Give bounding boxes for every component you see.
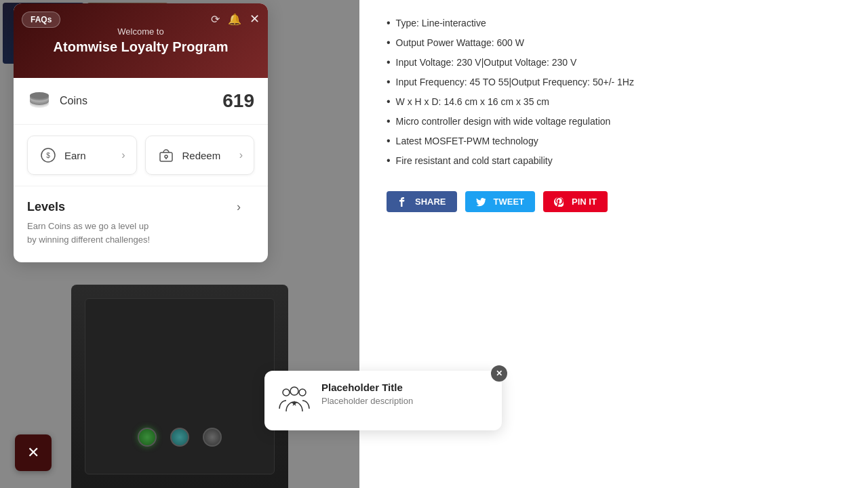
levels-desc: Earn Coins as we go a level upby winning… <box>27 220 150 246</box>
spec-item: Input Frequency: 45 TO 55|Output Frequen… <box>387 73 841 92</box>
program-title: Atomwise Loyalty Program <box>54 39 229 55</box>
welcome-text: Welcome to <box>117 26 163 37</box>
widget-header: FAQs ⟳ 🔔 ✕ Welcome to Atomwise Loyalty P… <box>14 3 268 78</box>
notification-icon-area <box>275 382 313 420</box>
notification-popup: ✕ Placeholder Title Placeholder descript… <box>264 371 502 430</box>
redeem-chevron: › <box>239 149 243 161</box>
svg-rect-14 <box>160 152 172 161</box>
coins-info: Coins <box>27 89 87 113</box>
earn-button[interactable]: $ Earn › <box>27 136 137 175</box>
minimize-x-icon: ✕ <box>27 444 39 462</box>
notification-close-button[interactable]: ✕ <box>491 365 507 382</box>
coins-label: Coins <box>60 95 87 107</box>
share-facebook-button[interactable]: SHARE <box>387 191 457 212</box>
loyalty-widget: FAQs ⟳ 🔔 ✕ Welcome to Atomwise Loyalty P… <box>14 3 268 262</box>
svg-text:$: $ <box>46 152 50 159</box>
tweet-label: TWEET <box>494 197 525 207</box>
share-pinterest-button[interactable]: PIN IT <box>543 191 608 212</box>
redeem-button[interactable]: Redeem › <box>145 136 255 175</box>
earn-chevron: › <box>121 149 125 161</box>
ups-teal-btn <box>170 428 189 447</box>
coins-section: Coins 619 <box>14 78 268 125</box>
action-buttons-row: $ Earn › Redeem › <box>14 125 268 186</box>
spec-item: Output Power Wattage: 600 W <box>387 33 841 53</box>
spec-item: Micro controller design with wide voltag… <box>387 112 841 131</box>
pin-label: PIN IT <box>572 197 597 207</box>
share-twitter-button[interactable]: TWEET <box>465 191 536 212</box>
coins-value: 619 <box>222 90 254 112</box>
redeem-label: Redeem <box>182 150 221 161</box>
social-share-buttons: SHARE TWEET PIN IT <box>387 191 841 212</box>
earn-label: Earn <box>64 150 86 161</box>
spec-item: Type: Line-interactive <box>387 14 841 33</box>
svg-point-15 <box>165 155 167 158</box>
svg-point-16 <box>283 389 290 396</box>
notification-icon[interactable]: 🔔 <box>228 13 241 26</box>
spec-item: Fire resistant and cold start capability <box>387 151 841 171</box>
notification-title: Placeholder Title <box>321 382 491 393</box>
svg-point-17 <box>290 387 298 395</box>
svg-point-11 <box>30 92 49 99</box>
spec-item: Latest MOSFET-PWM technology <box>387 131 841 151</box>
widget-minimize-button[interactable]: ✕ <box>15 434 52 471</box>
levels-text: Levels Earn Coins as we go a level upby … <box>27 200 150 246</box>
levels-chevron[interactable]: › <box>237 200 241 214</box>
header-actions: ⟳ 🔔 ✕ <box>211 12 260 26</box>
ups-front-panel <box>85 298 275 474</box>
spec-item: W x H x D: 14.6 cm x 16 cm x 35 cm <box>387 92 841 112</box>
product-specs-list: Type: Line-interactive Output Power Watt… <box>387 14 841 171</box>
ups-device <box>71 285 288 488</box>
faqs-badge[interactable]: FAQs <box>22 12 60 28</box>
coin-icon <box>27 89 52 113</box>
svg-point-18 <box>299 389 306 396</box>
earn-btn-left: $ Earn <box>39 146 86 165</box>
spec-item: Input Voltage: 230 V|Output Voltage: 230… <box>387 53 841 73</box>
redeem-icon <box>157 146 176 165</box>
ups-gray-btn <box>203 428 222 447</box>
levels-section: Levels Earn Coins as we go a level upby … <box>14 186 268 262</box>
redeem-btn-left: Redeem <box>157 146 221 165</box>
share-label: SHARE <box>415 197 446 207</box>
levels-row: Levels Earn Coins as we go a level upby … <box>27 200 254 246</box>
widget-close-icon[interactable]: ✕ <box>250 12 260 26</box>
levels-title: Levels <box>27 200 150 214</box>
notification-content: Placeholder Title Placeholder descriptio… <box>321 382 491 406</box>
ups-buttons <box>138 428 222 447</box>
history-icon[interactable]: ⟳ <box>211 13 220 26</box>
notification-description: Placeholder description <box>321 396 491 406</box>
earn-icon: $ <box>39 146 58 165</box>
ups-power-btn <box>138 428 157 447</box>
